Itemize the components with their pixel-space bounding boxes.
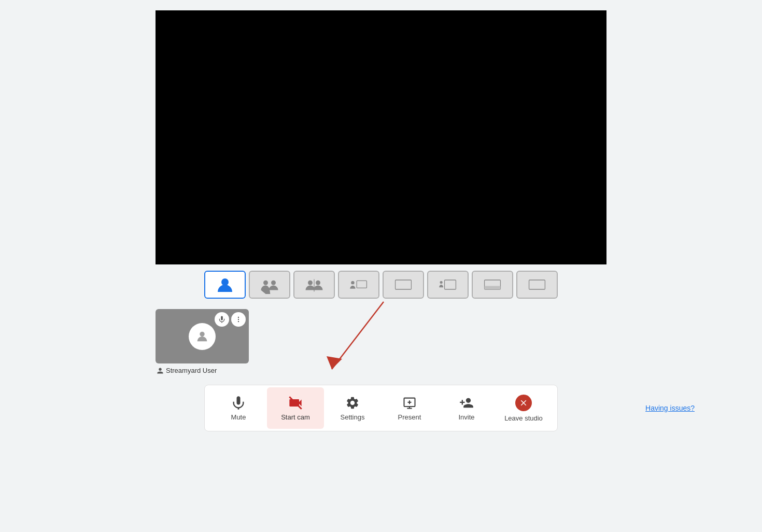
two-person-alt-icon (305, 275, 323, 294)
page-container: Streamyard User Mu (0, 10, 762, 431)
more-vert-icon (235, 316, 242, 323)
svg-point-9 (440, 281, 443, 284)
layout-btn-lower-third[interactable] (472, 271, 513, 299)
svg-rect-7 (357, 281, 366, 288)
mute-icon (231, 396, 246, 410)
two-person-icon (260, 275, 279, 294)
layout-btn-screen-large[interactable] (383, 271, 424, 299)
svg-point-0 (221, 278, 229, 286)
mic-icon (218, 316, 225, 323)
participant-name: Streamyard User (166, 367, 217, 374)
person-icon (157, 367, 164, 374)
start-cam-icon (288, 396, 303, 410)
start-cam-button[interactable]: Start cam (267, 387, 324, 429)
svg-point-14 (200, 331, 204, 336)
svg-point-15 (238, 317, 239, 318)
leave-studio-label: Leave studio (504, 414, 543, 422)
participant-more-button[interactable] (231, 312, 246, 327)
layout-btn-two[interactable] (249, 271, 290, 299)
svg-rect-13 (529, 280, 545, 289)
invite-icon (459, 396, 474, 410)
participant-avatar (189, 323, 216, 350)
having-issues-link[interactable]: Having issues? (645, 404, 695, 412)
participant-controls (215, 312, 246, 327)
lower-section: Streamyard User Mu (0, 309, 762, 431)
video-preview (156, 10, 606, 264)
present-icon (402, 396, 417, 410)
participant-card (156, 309, 249, 363)
layout-btn-person-screen[interactable] (338, 271, 379, 299)
present-label: Present (398, 413, 421, 421)
svg-point-4 (316, 281, 320, 285)
bottom-toolbar-wrapper: Mute Start cam Settings (0, 385, 762, 431)
invite-label: Invite (458, 413, 474, 421)
svg-rect-10 (445, 280, 456, 289)
svg-point-17 (238, 321, 239, 322)
blank-screen-icon (528, 275, 546, 294)
single-person-icon (216, 275, 234, 294)
leave-studio-icon (515, 395, 532, 411)
bottom-toolbar: Mute Start cam Settings (204, 385, 558, 431)
person-screen-icon (349, 275, 368, 294)
svg-rect-12 (485, 286, 501, 289)
leave-studio-button[interactable]: Leave studio (495, 387, 552, 429)
participants-area: Streamyard User (156, 309, 606, 374)
screen-large-icon (394, 275, 413, 294)
present-button[interactable]: Present (381, 387, 438, 429)
layout-btn-single[interactable] (204, 271, 246, 299)
svg-point-1 (263, 281, 268, 285)
sidebar-screen-icon (439, 275, 457, 294)
layout-btn-sidebar-screen[interactable] (427, 271, 469, 299)
layout-btn-two-alt[interactable] (293, 271, 335, 299)
participant-name-row: Streamyard User (157, 367, 217, 374)
svg-point-2 (271, 281, 276, 285)
lower-third-icon (483, 275, 502, 294)
start-cam-label: Start cam (281, 413, 310, 421)
svg-point-16 (238, 319, 239, 320)
settings-icon (345, 396, 360, 410)
svg-point-6 (351, 281, 354, 284)
leave-x-icon (519, 398, 528, 408)
settings-button[interactable]: Settings (324, 387, 381, 429)
mute-label: Mute (231, 413, 246, 421)
layout-btn-blank[interactable] (516, 271, 558, 299)
avatar-icon (195, 329, 209, 344)
mute-button[interactable]: Mute (210, 387, 267, 429)
svg-rect-8 (396, 280, 412, 289)
svg-point-3 (308, 281, 313, 285)
participant-mic-button[interactable] (215, 312, 229, 327)
invite-button[interactable]: Invite (438, 387, 495, 429)
layout-selector (204, 271, 558, 299)
settings-label: Settings (341, 413, 365, 421)
